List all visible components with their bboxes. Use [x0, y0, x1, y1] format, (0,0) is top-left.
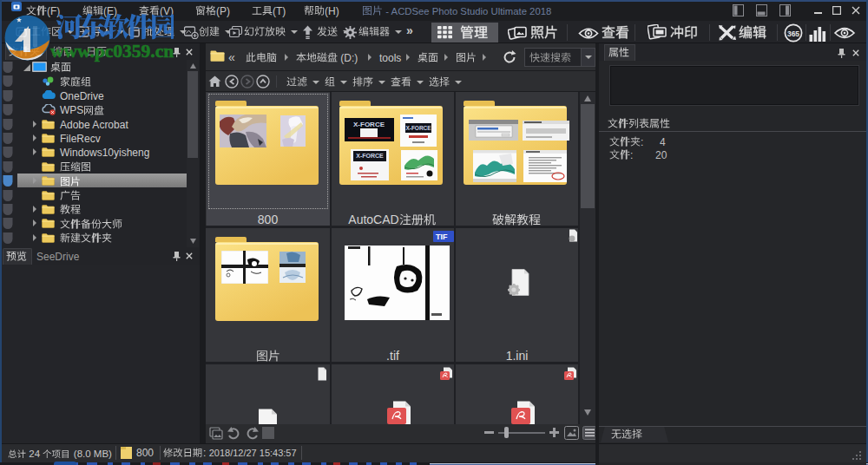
svg-text:X-FORCE: X-FORCE [405, 125, 431, 131]
svg-text:365: 365 [787, 29, 799, 38]
svg-text:X-FORCE: X-FORCE [353, 121, 385, 128]
svg-text:X-FORCE: X-FORCE [356, 153, 384, 159]
